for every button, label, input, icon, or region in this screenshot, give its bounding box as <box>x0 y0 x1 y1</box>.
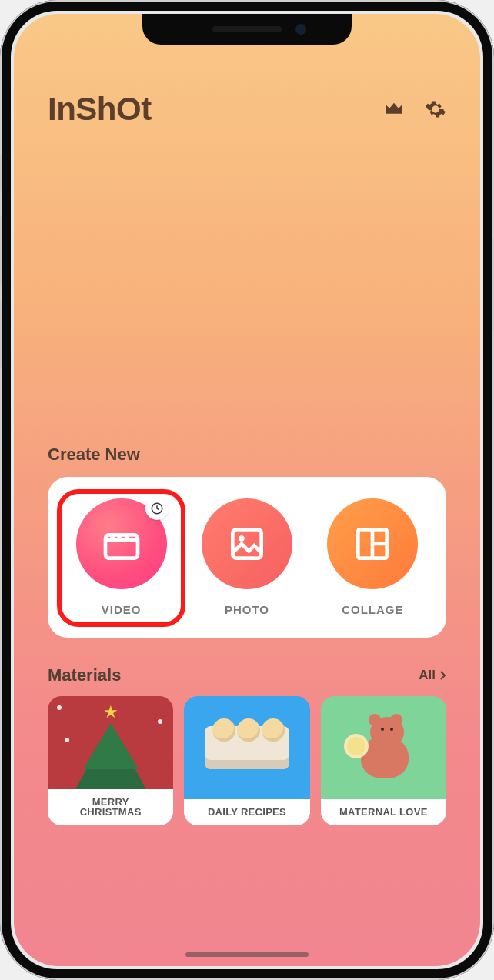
photo-circle <box>202 498 292 589</box>
create-new-card: VIDEO PHOTO <box>48 477 446 638</box>
app-title: InShOt <box>48 91 152 128</box>
material-art <box>321 696 446 799</box>
notch <box>142 14 352 45</box>
create-video-label: VIDEO <box>102 603 142 616</box>
image-icon <box>225 522 269 565</box>
svg-rect-2 <box>232 529 261 558</box>
create-section-title: Create New <box>48 445 446 465</box>
collage-icon <box>351 522 394 565</box>
materials-section-title: Materials <box>48 665 121 685</box>
create-video-button[interactable]: VIDEO <box>58 495 184 622</box>
clock-icon <box>150 502 164 515</box>
material-card-recipes[interactable]: DAILY RECIPES <box>184 696 309 825</box>
create-photo-button[interactable]: PHOTO <box>184 495 309 622</box>
side-button <box>0 215 2 285</box>
side-button <box>0 154 2 191</box>
crown-icon[interactable] <box>383 98 405 120</box>
materials-all-label: All <box>419 668 436 683</box>
header-actions <box>383 98 446 120</box>
video-circle <box>76 498 167 589</box>
materials-all-link[interactable]: All <box>419 668 446 683</box>
screen: InShOt Create New <box>14 14 480 966</box>
recent-badge[interactable] <box>145 497 169 520</box>
material-card-maternal[interactable]: MATERNAL LOVE <box>321 696 446 825</box>
clapper-icon <box>100 522 143 565</box>
material-art: ★ <box>48 696 173 789</box>
svg-point-3 <box>239 535 244 541</box>
material-label: MERRY CHRISTMAS <box>48 789 173 825</box>
gear-icon[interactable] <box>425 98 446 120</box>
phone-frame: InShOt Create New <box>0 0 494 980</box>
create-photo-label: PHOTO <box>225 603 269 616</box>
chevron-right-icon <box>439 670 446 681</box>
collage-circle <box>327 498 418 589</box>
material-label: MATERNAL LOVE <box>321 799 446 825</box>
create-collage-button[interactable]: COLLAGE <box>310 495 436 622</box>
material-art <box>184 696 309 799</box>
materials-list: ★ MERRY CHRISTMAS DAILY RECIPES <box>48 696 446 825</box>
material-label: DAILY RECIPES <box>184 799 309 825</box>
create-collage-label: COLLAGE <box>342 603 403 616</box>
app-header: InShOt <box>48 91 446 128</box>
star-icon: ★ <box>103 702 118 722</box>
material-card-christmas[interactable]: ★ MERRY CHRISTMAS <box>48 696 173 825</box>
materials-header: Materials All <box>48 665 446 685</box>
main-content: Create New <box>48 445 446 825</box>
home-indicator[interactable] <box>185 952 309 957</box>
side-button <box>0 300 2 369</box>
